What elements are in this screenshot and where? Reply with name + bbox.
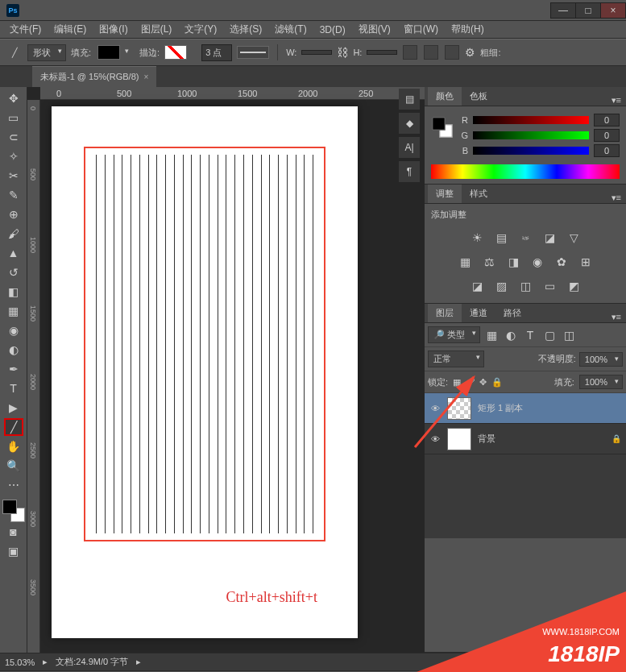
- align-button[interactable]: [424, 45, 438, 60]
- link-icon[interactable]: ⛓: [337, 46, 348, 59]
- history-icon[interactable]: ▤: [399, 89, 420, 110]
- opacity-input[interactable]: 100%: [579, 352, 623, 367]
- exposure-icon[interactable]: ◪: [541, 230, 558, 245]
- properties-icon[interactable]: ◆: [399, 113, 420, 134]
- path-select-tool[interactable]: ▶: [4, 399, 23, 417]
- crop-tool[interactable]: ✂: [4, 167, 23, 185]
- character-icon[interactable]: A|: [399, 137, 420, 158]
- posterize-icon[interactable]: ▨: [493, 279, 509, 293]
- panel-menu-icon[interactable]: ▾≡: [611, 312, 621, 322]
- menu-edit[interactable]: 编辑(E): [49, 21, 91, 38]
- panel-menu-icon[interactable]: ▾≡: [611, 193, 621, 203]
- levels-icon[interactable]: ▤: [493, 230, 509, 245]
- layer-row[interactable]: 👁 背景 🔒: [425, 424, 626, 454]
- history-brush-tool[interactable]: ↺: [4, 263, 23, 281]
- line-tool[interactable]: ╱: [4, 418, 23, 436]
- filter-kind-dropdown[interactable]: 🔎 类型: [428, 326, 480, 343]
- tab-adjustments[interactable]: 调整: [428, 185, 462, 203]
- lasso-tool[interactable]: ⊂: [4, 128, 23, 146]
- stroke-width-input[interactable]: 3 点: [201, 44, 232, 61]
- tab-color[interactable]: 颜色: [428, 87, 462, 106]
- fill-swatch[interactable]: [97, 45, 120, 60]
- document-tab[interactable]: 未标题-1 @ 15%(RGB/8) ×: [32, 66, 156, 87]
- tab-paths[interactable]: 路径: [495, 304, 529, 322]
- close-tab-icon[interactable]: ×: [143, 73, 148, 81]
- type-tool[interactable]: T: [4, 380, 23, 397]
- gradient-tool[interactable]: ▦: [4, 302, 23, 320]
- lock-move-icon[interactable]: ✥: [479, 377, 487, 388]
- stamp-tool[interactable]: ▲: [4, 244, 23, 262]
- g-value[interactable]: 0: [594, 129, 620, 142]
- menu-filter[interactable]: 滤镜(T): [270, 21, 311, 38]
- invert-icon[interactable]: ◪: [469, 279, 485, 293]
- close-button[interactable]: ×: [600, 2, 626, 19]
- blend-mode-dropdown[interactable]: 正常: [428, 351, 484, 367]
- color-preview[interactable]: [432, 117, 452, 137]
- arrow-icon[interactable]: ▸: [43, 657, 48, 667]
- lock-paint-icon[interactable]: 🖌: [466, 377, 475, 387]
- tab-swatches[interactable]: 色板: [462, 87, 495, 106]
- visibility-icon[interactable]: 👁: [429, 404, 441, 413]
- balance-icon[interactable]: ⚖: [481, 255, 497, 269]
- eyedropper-tool[interactable]: ✎: [4, 186, 23, 204]
- paragraph-icon[interactable]: ¶: [399, 161, 420, 182]
- filter-adjust-icon[interactable]: ◐: [503, 328, 519, 342]
- layer-name[interactable]: 背景: [478, 433, 495, 445]
- menu-layer[interactable]: 图层(L): [136, 21, 177, 38]
- r-value[interactable]: 0: [594, 114, 620, 127]
- menu-3d[interactable]: 3D(D): [315, 23, 350, 37]
- filter-pixel-icon[interactable]: ▦: [483, 328, 500, 342]
- canvas[interactable]: Ctrl+alt+shift+t: [52, 106, 358, 638]
- lock-all-icon[interactable]: 🔒: [491, 377, 503, 388]
- selective-icon[interactable]: ◩: [566, 279, 582, 293]
- panel-menu-icon[interactable]: ▾≡: [611, 95, 621, 106]
- mixer-icon[interactable]: ✿: [553, 255, 570, 269]
- layer-row[interactable]: 👁 矩形 1 副本: [425, 393, 626, 424]
- filter-smart-icon[interactable]: ◫: [561, 328, 577, 342]
- eraser-tool[interactable]: ◧: [4, 283, 23, 301]
- b-slider[interactable]: [473, 147, 589, 155]
- lock-trans-icon[interactable]: ▦: [453, 377, 461, 388]
- screen-mode[interactable]: ▣: [4, 542, 23, 560]
- brush-tool[interactable]: 🖌: [4, 225, 23, 243]
- threshold-icon[interactable]: ◫: [517, 279, 533, 293]
- minimize-button[interactable]: —: [550, 2, 576, 19]
- g-slider[interactable]: [473, 131, 589, 139]
- filter-shape-icon[interactable]: ▢: [541, 328, 558, 342]
- path-op-button[interactable]: [403, 45, 417, 60]
- tab-channels[interactable]: 通道: [462, 304, 495, 322]
- blur-tool[interactable]: ◉: [4, 321, 23, 339]
- b-value[interactable]: 0: [594, 144, 620, 157]
- vibrance-icon[interactable]: ▽: [566, 230, 582, 245]
- magic-wand-tool[interactable]: ✧: [4, 147, 23, 165]
- filter-type-icon[interactable]: T: [522, 328, 538, 342]
- menu-image[interactable]: 图像(I): [94, 21, 132, 38]
- marquee-tool[interactable]: ▭: [4, 109, 23, 127]
- menu-file[interactable]: 文件(F): [5, 21, 46, 38]
- healing-tool[interactable]: ⊕: [4, 205, 23, 223]
- fill-input[interactable]: 100%: [579, 375, 623, 389]
- menu-window[interactable]: 窗口(W): [399, 21, 443, 38]
- stroke-style-dropdown[interactable]: [237, 46, 269, 59]
- curves-icon[interactable]: ⎃: [517, 230, 533, 245]
- menu-help[interactable]: 帮助(H): [446, 21, 489, 38]
- gradient-map-icon[interactable]: ▭: [541, 279, 558, 293]
- photo-filter-icon[interactable]: ◉: [529, 255, 545, 269]
- maximize-button[interactable]: □: [575, 2, 601, 19]
- color-picker[interactable]: [2, 500, 25, 522]
- hsl-icon[interactable]: ▦: [457, 255, 473, 269]
- menu-view[interactable]: 视图(V): [354, 21, 396, 38]
- bw-icon[interactable]: ◨: [505, 255, 521, 269]
- hand-tool[interactable]: ✋: [4, 438, 23, 455]
- gear-icon[interactable]: ⚙: [465, 46, 475, 59]
- quick-mask[interactable]: ◙: [4, 523, 23, 541]
- height-input[interactable]: [367, 50, 397, 55]
- dodge-tool[interactable]: ◐: [4, 341, 23, 359]
- tab-styles[interactable]: 样式: [462, 185, 495, 203]
- stroke-swatch[interactable]: [164, 45, 187, 60]
- lut-icon[interactable]: ⊞: [578, 255, 594, 269]
- layer-name[interactable]: 矩形 1 副本: [478, 402, 523, 414]
- r-slider[interactable]: [473, 116, 589, 124]
- menu-select[interactable]: 选择(S): [225, 21, 267, 38]
- visibility-icon[interactable]: 👁: [429, 434, 441, 444]
